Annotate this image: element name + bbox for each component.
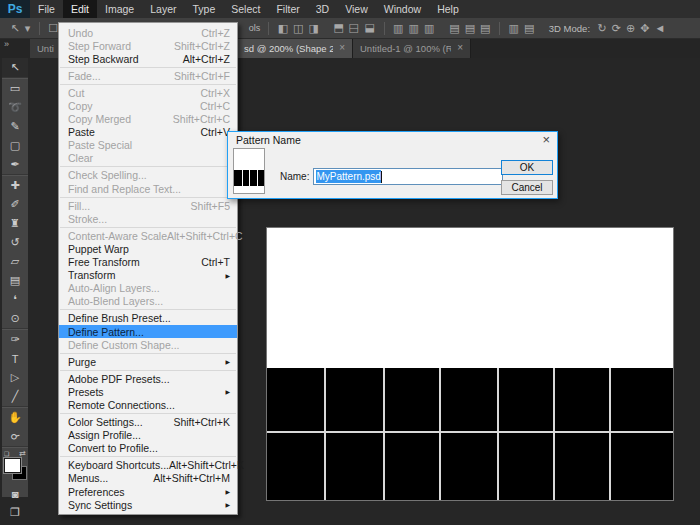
menu-item-puppet-warp[interactable]: Puppet Warp xyxy=(59,242,237,255)
menu-item-fade: Fade...Shift+Ctrl+F xyxy=(59,69,237,82)
menu-item-adobe-pdf-presets[interactable]: Adobe PDF Presets... xyxy=(59,372,237,385)
tab-untitled-1[interactable]: Untitled-1 @ 100% (RGB/8)× xyxy=(353,38,471,58)
menu-layer[interactable]: Layer xyxy=(142,0,184,18)
move-tool-icon[interactable]: ↖ xyxy=(11,19,20,38)
menu-item-clear: Clear xyxy=(59,152,237,165)
menu-item-sync-settings[interactable]: Sync Settings▶ xyxy=(59,498,237,511)
menu-item-shortcut: Shift+F5 xyxy=(90,200,230,212)
ok-button[interactable]: OK xyxy=(501,160,553,175)
dodge-tool[interactable]: ⊙ xyxy=(2,309,28,328)
hand-tool[interactable]: ✋ xyxy=(2,408,28,427)
3d-slide-icon[interactable]: ✥ xyxy=(640,19,649,38)
menu-item-label: Clear xyxy=(68,152,93,164)
spot-healing-brush-tool[interactable]: ✚ xyxy=(2,176,28,195)
eraser-tool[interactable]: ▱ xyxy=(2,252,28,271)
menu-select[interactable]: Select xyxy=(223,0,268,18)
menu-3d[interactable]: 3D xyxy=(308,0,337,18)
move-tool[interactable]: ↖ xyxy=(2,58,28,77)
quick-selection-tool[interactable]: ✎ xyxy=(2,117,28,136)
menu-item-step-backward[interactable]: Step BackwardAlt+Ctrl+Z xyxy=(59,52,237,65)
menu-item-assign-profile[interactable]: Assign Profile... xyxy=(59,429,237,442)
crop-tool[interactable]: ▢ xyxy=(2,136,28,155)
menu-item-label: Copy xyxy=(68,100,93,112)
path-selection-tool[interactable]: ▷ xyxy=(2,368,28,387)
align-left-edges-icon[interactable]: ◧ xyxy=(278,19,288,38)
history-brush-tool[interactable]: ↺ xyxy=(2,233,28,252)
menu-item-convert-to-profile[interactable]: Convert to Profile... xyxy=(59,442,237,455)
menu-item-shortcut: Shift+Ctrl+C xyxy=(131,113,230,125)
tab-close-icon[interactable]: × xyxy=(457,43,463,53)
menu-item-presets[interactable]: Presets▶ xyxy=(59,385,237,398)
menu-file[interactable]: File xyxy=(30,0,63,18)
menu-item-menus[interactable]: Menus...Alt+Shift+Ctrl+M xyxy=(59,472,237,485)
menu-item-purge[interactable]: Purge▶ xyxy=(59,355,237,368)
screen-mode-button[interactable]: ❐ xyxy=(2,503,28,522)
menu-item-define-brush-preset[interactable]: Define Brush Preset... xyxy=(59,312,237,325)
zoom-tool-icon: ☌ xyxy=(8,429,22,443)
foreground-color-swatch[interactable] xyxy=(4,458,21,473)
align-bottom-edges-icon[interactable]: ◨ xyxy=(360,23,379,33)
distribute-vertical-spacing-icon[interactable]: ▥ xyxy=(509,19,519,38)
menu-window[interactable]: Window xyxy=(376,0,429,18)
close-icon[interactable]: × xyxy=(542,133,550,147)
clone-stamp-tool[interactable]: ♜ xyxy=(2,214,28,233)
cancel-button[interactable]: Cancel xyxy=(501,180,553,195)
menu-item-define-pattern[interactable]: Define Pattern... xyxy=(59,325,237,338)
document-canvas[interactable] xyxy=(267,228,673,500)
menu-item-fill: Fill...Shift+F5 xyxy=(59,199,237,212)
align-right-edges-icon[interactable]: ◨ xyxy=(308,19,318,38)
menu-item-label: Sync Settings xyxy=(68,499,132,511)
menu-item-label: Auto-Blend Layers... xyxy=(68,295,163,307)
lasso-tool[interactable]: ➰ xyxy=(2,98,28,117)
distribute-vertical-centers-icon[interactable]: ▥ xyxy=(408,19,418,38)
menu-item-keyboard-shortcuts[interactable]: Keyboard Shortcuts...Alt+Shift+Ctrl+K xyxy=(59,459,237,472)
zoom-tool[interactable]: ☌ xyxy=(2,427,28,446)
gradient-tool[interactable]: ▤ xyxy=(2,271,28,290)
menu-item-label: Find and Replace Text... xyxy=(68,183,181,195)
menu-filter[interactable]: Filter xyxy=(268,0,307,18)
line-tool[interactable]: ╱ xyxy=(2,387,28,406)
transform-controls-label-partial: ols xyxy=(249,23,261,33)
menu-image[interactable]: Image xyxy=(97,0,142,18)
menu-item-color-settings[interactable]: Color Settings...Shift+Ctrl+K xyxy=(59,416,237,429)
distribute-bottom-edges-icon[interactable]: ▥ xyxy=(424,19,434,38)
3d-scale-icon[interactable]: ◄ xyxy=(654,19,665,38)
swap-colors-icon[interactable]: ⇄ xyxy=(19,449,26,458)
tool-preset-chevron-icon[interactable]: ▾ xyxy=(25,19,31,38)
menu-item-paste[interactable]: PasteCtrl+V xyxy=(59,126,237,139)
quick-selection-tool-icon: ✎ xyxy=(10,120,19,133)
menu-item-transform[interactable]: Transform▶ xyxy=(59,269,237,282)
menu-edit[interactable]: Edit xyxy=(63,0,97,18)
3d-drag-icon[interactable]: ⊕ xyxy=(626,19,635,38)
distribute-horizontal-spacing-icon[interactable]: ▤ xyxy=(524,19,534,38)
3d-rotate-icon[interactable]: ↻ xyxy=(598,19,607,38)
distribute-left-edges-icon[interactable]: ▤ xyxy=(449,19,459,38)
distribute-top-edges-icon[interactable]: ▥ xyxy=(393,19,403,38)
distribute-horizontal-centers-icon[interactable]: ▤ xyxy=(465,19,475,38)
menu-type[interactable]: Type xyxy=(184,0,223,18)
menu-view[interactable]: View xyxy=(337,0,376,18)
distribute-right-edges-icon[interactable]: ▤ xyxy=(480,19,490,38)
pattern-name-input[interactable]: MyPattern.psd xyxy=(313,168,503,185)
blur-tool[interactable]: ❛ xyxy=(2,290,28,309)
align-horizontal-centers-icon[interactable]: ◫ xyxy=(293,19,303,38)
rectangular-marquee-tool[interactable]: ▭ xyxy=(2,79,28,98)
path-selection-tool-icon: ▷ xyxy=(11,371,19,384)
menu-separator xyxy=(60,353,236,354)
menu-item-label: Undo xyxy=(68,27,93,39)
eyedropper-tool[interactable]: ✒ xyxy=(2,155,28,174)
type-tool[interactable]: T xyxy=(2,349,28,368)
menu-help[interactable]: Help xyxy=(429,0,467,18)
auto-select-checkbox-partial[interactable]: ☐ xyxy=(48,19,58,38)
tab-close-icon[interactable]: × xyxy=(339,43,345,53)
default-colors-icon[interactable]: ❏ xyxy=(4,450,9,457)
tab-shape-document[interactable]: sd @ 200% (Shape 2, RGB/8)× xyxy=(237,38,353,58)
quick-mask-button[interactable]: ◙ xyxy=(2,484,28,503)
pen-tool[interactable]: ✑ xyxy=(2,330,28,349)
collapse-panel-icon[interactable]: » xyxy=(4,39,8,49)
brush-tool[interactable]: ✐ xyxy=(2,195,28,214)
menu-item-free-transform[interactable]: Free TransformCtrl+T xyxy=(59,256,237,269)
menu-item-remote-connections[interactable]: Remote Connections... xyxy=(59,398,237,411)
3d-roll-icon[interactable]: ⟳ xyxy=(612,19,621,38)
menu-item-preferences[interactable]: Preferences▶ xyxy=(59,485,237,498)
